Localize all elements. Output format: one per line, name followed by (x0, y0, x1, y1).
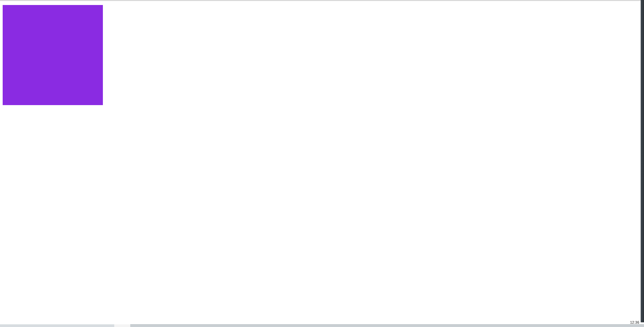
taskbar-separator (114, 324, 130, 327)
browser-viewport (0, 0, 641, 322)
taskbar-region: 12:36 (0, 322, 644, 327)
taskbar[interactable] (0, 324, 644, 327)
taskbar-app-button[interactable] (0, 324, 114, 327)
purple-rectangle (3, 5, 103, 105)
window-frame-right-edge (641, 0, 644, 327)
taskbar-clock[interactable]: 12:36 (630, 321, 639, 324)
